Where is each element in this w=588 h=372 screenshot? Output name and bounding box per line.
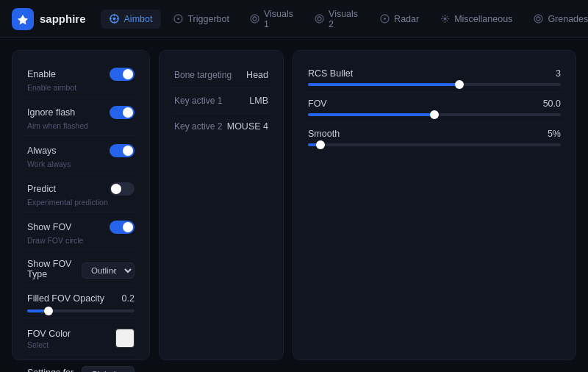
left-panel: Enable Enable aimbot Ignore flash Aim wh…: [12, 50, 150, 360]
topbar: sapphire Aimbot Triggerbot: [0, 0, 588, 38]
rcs-bullet-row: RCS Bullet 3: [305, 62, 564, 93]
show-fov-sub: Draw FOV circle: [27, 236, 135, 245]
fov-label: FOV: [308, 99, 327, 109]
nav-visuals1-label: Visuals 1: [264, 9, 294, 29]
rcs-bullet-header: RCS Bullet 3: [308, 68, 561, 79]
visuals1-icon: [250, 14, 259, 24]
smooth-value: 5%: [548, 129, 561, 139]
setting-enable-header: Enable: [27, 68, 135, 81]
svg-point-8: [251, 15, 259, 23]
nav-visuals1[interactable]: Visuals 1: [241, 4, 303, 34]
nav-grenades[interactable]: Grenades: [524, 10, 588, 29]
rcs-bullet-track[interactable]: [308, 83, 561, 86]
filled-fov-opacity-value: 0.2: [122, 293, 135, 304]
key-active-1-value: LMB: [249, 96, 268, 106]
nav-radar-label: Radar: [394, 14, 419, 24]
rcs-bullet-value: 3: [556, 68, 561, 79]
show-fov-type-select[interactable]: Outline Filled: [82, 262, 135, 279]
filled-fov-opacity-thumb[interactable]: [44, 307, 53, 315]
settings-for-select[interactable]: Global: [82, 366, 135, 372]
fov-fill: [308, 113, 434, 116]
setting-fov-color: FOV Color Select: [24, 321, 137, 355]
setting-fov-color-header: FOV Color Select: [27, 326, 135, 349]
setting-always-header: Always: [27, 144, 135, 157]
setting-show-fov-header: Show FOV: [27, 221, 135, 234]
svg-point-15: [534, 15, 542, 23]
nav-miscellaneous-label: Miscellaneous: [454, 14, 512, 24]
fov-color-sub: Select: [27, 340, 71, 349]
show-fov-toggle[interactable]: [110, 221, 135, 234]
fov-header: FOV 50.0: [308, 99, 561, 109]
setting-predict: Predict Experimental prediction: [24, 177, 137, 212]
nav-grenades-label: Grenades: [548, 14, 588, 24]
nav-aimbot[interactable]: Aimbot: [101, 10, 162, 29]
setting-show-fov-type-header: Show FOV Type Outline Filled: [27, 259, 135, 279]
predict-toggle[interactable]: [110, 182, 135, 196]
nav-visuals2[interactable]: Visuals 2: [306, 4, 368, 34]
always-toggle[interactable]: [110, 144, 135, 157]
visuals2-icon: [315, 14, 324, 24]
rcs-bullet-thumb[interactable]: [455, 80, 464, 89]
setting-show-fov: Show FOV Draw FOV circle: [24, 215, 137, 251]
key-active-1-row: Key active 1 LMB: [171, 88, 271, 114]
show-fov-type-label: Show FOV Type: [27, 259, 82, 279]
show-fov-label: Show FOV: [27, 222, 71, 232]
fov-value: 50.0: [543, 99, 561, 109]
key-active-2-row: Key active 2 MOUSE 4: [171, 114, 271, 139]
setting-show-fov-type: Show FOV Type Outline Filled: [24, 254, 137, 285]
logo: sapphire: [12, 8, 86, 30]
svg-point-11: [318, 17, 321, 21]
miscellaneous-icon: [440, 14, 450, 24]
enable-label: Enable: [27, 69, 56, 79]
setting-filled-fov-opacity: Filled FOV Opacity 0.2: [24, 288, 137, 318]
bone-targeting-row: Bone targeting Head: [171, 62, 271, 88]
svg-point-1: [113, 18, 116, 21]
enable-sub: Enable aimbot: [27, 83, 135, 92]
right-panel: RCS Bullet 3 FOV 50.0 Smooth 5%: [293, 50, 576, 360]
fov-color-picker[interactable]: [115, 329, 135, 348]
setting-ignore-flash-header: Ignore flash: [27, 106, 135, 119]
rcs-bullet-fill: [308, 83, 459, 86]
svg-point-13: [384, 18, 386, 20]
nav-triggerbot[interactable]: Triggerbot: [164, 10, 238, 29]
aimbot-icon: [110, 14, 120, 24]
svg-point-14: [443, 18, 446, 21]
fov-thumb[interactable]: [430, 110, 439, 119]
logo-text: sapphire: [40, 12, 86, 25]
key-active-2-value: MOUSE 4: [227, 121, 268, 132]
filled-fov-opacity-track[interactable]: [27, 310, 135, 312]
bone-targeting-value: Head: [246, 70, 268, 80]
ignore-flash-toggle[interactable]: [110, 106, 135, 119]
settings-for-label: Settings for: [27, 368, 74, 372]
middle-panel: Bone targeting Head Key active 1 LMB Key…: [159, 50, 284, 360]
rcs-bullet-label: RCS Bullet: [308, 68, 353, 79]
setting-always: Always Work always: [24, 139, 137, 174]
svg-point-10: [315, 15, 323, 23]
nav-radar[interactable]: Radar: [370, 10, 428, 29]
bone-targeting-label: Bone targeting: [174, 70, 232, 80]
filled-fov-opacity-label: Filled FOV Opacity: [27, 293, 104, 304]
radar-icon: [379, 14, 390, 24]
predict-sub: Experimental prediction: [27, 198, 135, 207]
ignore-flash-label: Ignore flash: [27, 107, 75, 118]
nav-aimbot-label: Aimbot: [124, 14, 153, 24]
smooth-track[interactable]: [308, 143, 561, 146]
smooth-row: Smooth 5%: [305, 123, 564, 152]
predict-label: Predict: [27, 184, 56, 194]
triggerbot-icon: [173, 14, 183, 24]
logo-icon: [12, 8, 34, 30]
enable-toggle[interactable]: [110, 68, 135, 81]
key-active-1-label: Key active 1: [174, 96, 222, 106]
always-sub: Work always: [27, 160, 135, 168]
grenades-icon: [533, 14, 543, 24]
setting-enable: Enable Enable aimbot: [24, 62, 137, 98]
filled-fov-opacity-header: Filled FOV Opacity 0.2: [27, 293, 135, 304]
svg-point-16: [537, 17, 540, 21]
smooth-thumb[interactable]: [316, 140, 325, 149]
smooth-label: Smooth: [308, 129, 340, 139]
always-label: Always: [27, 146, 57, 156]
setting-ignore-flash: Ignore flash Aim when flashed: [24, 101, 137, 136]
nav-miscellaneous[interactable]: Miscellaneous: [431, 10, 521, 29]
fov-track[interactable]: [308, 113, 561, 116]
nav-triggerbot-label: Triggerbot: [187, 14, 229, 24]
